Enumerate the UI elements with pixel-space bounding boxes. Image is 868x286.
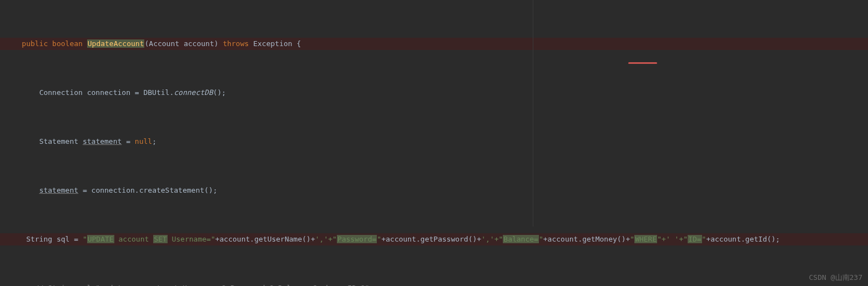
code-line[interactable]: Connection connection = DBUtil.connectDB… (0, 87, 868, 99)
sql-balance: Balance= (503, 235, 539, 243)
code-editor[interactable]: public boolean UpdateAccount(Account acc… (0, 0, 868, 286)
code-text: Connection connection = DBUtil. (39, 88, 174, 97)
right-margin-guide (533, 0, 533, 227)
code-line[interactable]: statement = connection.createStatement()… (0, 184, 868, 197)
watermark: CSDN @山南237 (809, 273, 862, 283)
var-statement: statement (39, 186, 78, 194)
var-statement: statement (83, 137, 122, 145)
code-line[interactable]: // String sql="update account set Userna… (0, 282, 868, 286)
keyword-null: null (135, 137, 152, 145)
params: (Account account) (144, 39, 223, 48)
method-name: UpdateAccount (87, 39, 145, 48)
code-line[interactable]: Statement statement = null; (0, 136, 868, 148)
keyword-public: public (22, 39, 48, 48)
keyword-boolean: boolean (52, 39, 83, 48)
indent (4, 39, 22, 48)
static-method: connectDB (174, 88, 213, 97)
code-line[interactable]: String sql = "UPDATE account SET Usernam… (0, 233, 868, 245)
sql-id: ID= (688, 235, 702, 243)
throws-decl: Exception { (249, 39, 301, 48)
sql-where: WHERE (634, 235, 657, 243)
error-underline (628, 62, 657, 64)
sql-update: UPDATE (87, 235, 114, 243)
code-line[interactable]: public boolean UpdateAccount(Account acc… (0, 38, 868, 50)
keyword-throws: throws (223, 39, 249, 48)
sql-password: Password= (337, 235, 377, 243)
comment: // String sql="update account set Userna… (35, 284, 374, 286)
sql-set: SET (153, 235, 167, 243)
